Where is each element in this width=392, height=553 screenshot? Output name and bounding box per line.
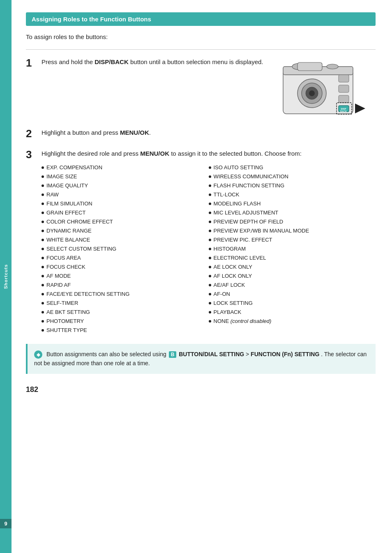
sidebar-number: 9 — [0, 519, 12, 528]
sidebar: Shortcuts 9 — [0, 0, 12, 553]
bullet — [209, 311, 211, 313]
list-item: FLASH FUNCTION SETTING — [209, 181, 376, 190]
svg-marker-15 — [355, 104, 365, 113]
options-col-left: EXP. COMPENSATION IMAGE SIZE IMAGE QUALI… — [42, 163, 209, 335]
svg-rect-10 — [339, 85, 349, 92]
list-item: SELECT CUSTOM SETTING — [42, 244, 209, 253]
list-item: SELF-TIMER — [42, 299, 209, 308]
svg-rect-9 — [339, 75, 349, 82]
bullet — [209, 284, 211, 286]
bullet — [42, 221, 44, 223]
svg-text:BACK: BACK — [340, 110, 347, 113]
bullet — [42, 329, 44, 332]
list-item: PREVIEW EXP./WB IN MANUAL MODE — [209, 226, 376, 235]
list-item: MIC LEVEL ADJUSTMENT — [209, 208, 376, 217]
bullet — [209, 257, 211, 259]
bullet — [42, 203, 44, 205]
step-3-number: 3 — [26, 149, 37, 161]
bullet — [209, 184, 211, 187]
bullet — [209, 275, 211, 277]
list-item: IMAGE SIZE — [42, 172, 209, 181]
bullet — [42, 248, 44, 250]
bullet — [42, 184, 44, 187]
list-item: TTL-LOCK — [209, 190, 376, 199]
button-dial-icon: B — [169, 351, 177, 358]
bullet — [209, 230, 211, 232]
camera-svg: DISP BACK — [279, 58, 374, 118]
step-2-text: Highlight a button and press MENU/OK. — [42, 128, 376, 137]
separator: > — [246, 351, 251, 357]
list-item: PLAYBACK — [209, 308, 376, 317]
list-item: NONE (control disabled) — [209, 317, 376, 326]
list-item: AF-ON — [209, 290, 376, 299]
step-3-text: Highlight the desired role and press MEN… — [42, 149, 376, 158]
bullet — [42, 311, 44, 313]
list-item: IMAGE QUALITY — [42, 181, 209, 190]
list-item: COLOR CHROME EFFECT — [42, 217, 209, 226]
bullet — [42, 257, 44, 259]
list-item: RAW — [42, 190, 209, 199]
bullet — [42, 320, 44, 323]
list-item: FILM SIMULATION — [42, 199, 209, 208]
list-item: FOCUS CHECK — [42, 263, 209, 272]
sidebar-label: Shortcuts — [3, 264, 8, 289]
list-item: FACE/EYE DETECTION SETTING — [42, 290, 209, 299]
bullet — [42, 275, 44, 277]
list-item: PHOTOMETRY — [42, 317, 209, 326]
step-1-number: 1 — [26, 57, 37, 69]
setting-name-1: BUTTON/DIAL SETTING — [179, 351, 244, 357]
bullet — [42, 293, 44, 295]
svg-rect-8 — [297, 62, 322, 71]
list-item: AF LOCK ONLY — [209, 272, 376, 281]
bullet — [209, 266, 211, 268]
step-1: 1 Press and hold the DISP/BACK button un… — [26, 57, 376, 119]
bullet — [42, 284, 44, 286]
bullet — [42, 302, 44, 304]
list-item: PREVIEW DEPTH OF FIELD — [209, 217, 376, 226]
list-item: EXP. COMPENSATION — [42, 163, 209, 172]
note-box: ◆ Button assignments can also be selecte… — [26, 344, 376, 374]
divider — [26, 49, 376, 50]
list-item: AE LOCK ONLY — [209, 263, 376, 272]
bullet — [42, 194, 44, 196]
list-item: AF MODE — [42, 272, 209, 281]
list-item: SHUTTER TYPE — [42, 326, 209, 335]
list-item: AE BKT SETTING — [42, 308, 209, 317]
bullet — [42, 166, 44, 169]
list-item: AE/AF LOCK — [209, 281, 376, 290]
list-item: GRAIN EFFECT — [42, 208, 209, 217]
bullet — [209, 302, 211, 304]
list-item: WHITE BALANCE — [42, 235, 209, 244]
step-1-row: Press and hold the DISP/BACK button unti… — [42, 57, 376, 119]
bullet — [209, 212, 211, 214]
list-item: PREVIEW PIC. EFFECT — [209, 235, 376, 244]
bullet — [209, 166, 211, 169]
setting-name-2: FUNCTION (Fn) SETTING — [251, 351, 319, 357]
bullet — [209, 239, 211, 241]
svg-point-5 — [309, 90, 315, 96]
section-header: Assigning Roles to the Function Buttons — [26, 12, 376, 26]
bullet — [209, 221, 211, 223]
list-item: HISTOGRAM — [209, 244, 376, 253]
list-item: LOCK SETTING — [209, 299, 376, 308]
bullet — [209, 175, 211, 178]
step-2: 2 Highlight a button and press MENU/OK. — [26, 128, 376, 140]
bullet — [209, 320, 211, 323]
svg-rect-11 — [339, 95, 349, 103]
list-item: WIRELESS COMMUNICATION — [209, 172, 376, 181]
note-icon: ◆ — [34, 350, 42, 359]
list-item: DYNAMIC RANGE — [42, 226, 209, 235]
step-2-number: 2 — [26, 128, 37, 140]
bullet — [209, 248, 211, 250]
list-item: ISO AUTO SETTING — [209, 163, 376, 172]
bullet — [42, 266, 44, 268]
bullet — [42, 175, 44, 178]
main-content: Assigning Roles to the Function Buttons … — [12, 0, 392, 553]
options-col-right: ISO AUTO SETTING WIRELESS COMMUNICATION … — [209, 163, 376, 335]
list-item: FOCUS AREA — [42, 253, 209, 263]
note-text: Button assignments can also be selected … — [46, 351, 168, 357]
bullet — [209, 194, 211, 196]
options-columns: EXP. COMPENSATION IMAGE SIZE IMAGE QUALI… — [42, 163, 376, 335]
list-item: RAPID AF — [42, 281, 209, 290]
list-item: MODELING FLASH — [209, 199, 376, 208]
